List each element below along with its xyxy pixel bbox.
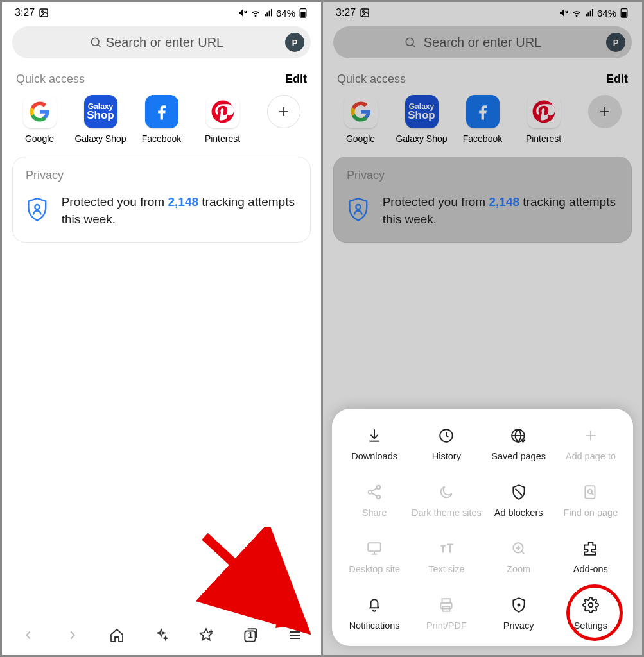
gear-icon bbox=[582, 597, 599, 613]
svg-point-72 bbox=[589, 603, 593, 608]
svg-marker-18 bbox=[200, 629, 212, 640]
privacy-card[interactable]: Privacy Protected you from 2,148 trackin… bbox=[12, 157, 311, 243]
battery-percent: 64% bbox=[597, 8, 616, 19]
qa-pinterest[interactable]: Pinterest bbox=[193, 95, 252, 144]
svg-rect-11 bbox=[300, 12, 305, 17]
search-icon bbox=[89, 36, 102, 49]
status-bar: 3:27 64% bbox=[2, 2, 321, 21]
facebook-icon bbox=[152, 102, 171, 121]
pinterest-icon bbox=[532, 99, 556, 124]
saved-pages-icon bbox=[510, 427, 527, 444]
quick-access-title: Quick access bbox=[16, 73, 85, 86]
history-icon bbox=[438, 427, 455, 444]
svg-rect-58 bbox=[585, 486, 595, 499]
nav-forward[interactable] bbox=[62, 628, 83, 642]
svg-line-57 bbox=[515, 489, 522, 496]
plus-icon bbox=[588, 95, 622, 128]
nav-tabs[interactable]: 1 bbox=[239, 627, 261, 644]
menu-print-pdf: Print/PDF bbox=[410, 596, 482, 631]
svg-line-40 bbox=[413, 45, 415, 47]
menu-add-ons[interactable]: Add-ons bbox=[555, 540, 627, 574]
qa-facebook[interactable]: Facebook bbox=[132, 95, 191, 144]
menu-ad-blockers[interactable]: Ad blockers bbox=[483, 483, 555, 518]
mute-icon bbox=[559, 8, 569, 18]
qa-add[interactable] bbox=[575, 95, 634, 144]
qa-galaxy-shop[interactable]: Galaxy Shop Galaxy Shop bbox=[392, 95, 451, 144]
plus-icon bbox=[582, 427, 599, 444]
svg-point-1 bbox=[42, 11, 44, 13]
svg-rect-8 bbox=[271, 9, 272, 16]
nav-ai[interactable] bbox=[150, 627, 172, 643]
nav-menu[interactable] bbox=[284, 627, 306, 643]
svg-line-67 bbox=[521, 551, 524, 554]
search-bar[interactable]: Search or enter URL P bbox=[333, 26, 632, 58]
menu-saved-pages[interactable]: Saved pages bbox=[483, 427, 555, 461]
mute-icon bbox=[238, 8, 248, 18]
menu-history[interactable]: History bbox=[410, 427, 482, 461]
addons-icon bbox=[582, 540, 599, 557]
menu-notifications[interactable]: Notifications bbox=[338, 596, 410, 631]
menu-dark-theme-sites: Dark theme sites bbox=[410, 483, 482, 518]
qa-galaxy-shop[interactable]: Galaxy Shop Galaxy Shop bbox=[71, 95, 130, 144]
status-time: 3:27 bbox=[336, 7, 356, 19]
bottom-nav: 1 bbox=[2, 618, 321, 655]
qa-facebook[interactable]: Facebook bbox=[453, 95, 512, 144]
search-placeholder: Search or enter URL bbox=[365, 35, 600, 50]
share-icon bbox=[366, 484, 383, 500]
facebook-icon bbox=[473, 102, 492, 121]
svg-rect-7 bbox=[269, 11, 270, 17]
privacy-title: Privacy bbox=[347, 169, 618, 182]
svg-point-17 bbox=[35, 205, 39, 209]
svg-rect-32 bbox=[586, 14, 587, 16]
quick-access-row: Google Galaxy Shop Galaxy Shop Facebook … bbox=[323, 89, 642, 150]
nav-back[interactable] bbox=[17, 628, 39, 642]
text-size-icon bbox=[437, 540, 455, 557]
wifi-icon bbox=[250, 8, 261, 18]
svg-point-53 bbox=[369, 490, 372, 493]
svg-point-54 bbox=[377, 495, 380, 499]
menu-text-size: Text size bbox=[410, 540, 482, 574]
svg-point-71 bbox=[518, 604, 519, 606]
svg-rect-6 bbox=[266, 12, 268, 16]
qa-add[interactable] bbox=[254, 95, 313, 144]
menu-add-page-to: Add page to bbox=[555, 427, 627, 461]
privacy-title: Privacy bbox=[26, 169, 297, 182]
privacy-text: Protected you from 2,148 tracking attemp… bbox=[62, 194, 297, 228]
profile-avatar[interactable]: P bbox=[606, 33, 625, 52]
menu-find-on-page: Find on page bbox=[555, 483, 627, 518]
wifi-icon bbox=[571, 8, 582, 18]
zoom-icon bbox=[510, 540, 527, 557]
status-bar: 3:27 64% bbox=[323, 2, 642, 21]
svg-rect-5 bbox=[265, 14, 266, 16]
tools-menu-sheet: Downloads History Saved pages Add page t… bbox=[332, 409, 633, 646]
menu-downloads[interactable]: Downloads bbox=[338, 427, 410, 461]
profile-avatar[interactable]: P bbox=[285, 33, 304, 52]
svg-point-52 bbox=[377, 486, 380, 489]
privacy-card[interactable]: Privacy Protected you from 2,148 trackin… bbox=[333, 157, 632, 243]
shield-icon bbox=[26, 194, 49, 226]
qa-pinterest[interactable]: Pinterest bbox=[514, 95, 573, 144]
plus-icon bbox=[267, 95, 300, 128]
svg-line-60 bbox=[591, 493, 593, 495]
nav-home[interactable] bbox=[106, 627, 128, 643]
privacy-icon bbox=[510, 597, 527, 613]
battery-percent: 64% bbox=[276, 8, 295, 19]
search-icon bbox=[404, 36, 417, 49]
menu-settings[interactable]: Settings bbox=[555, 596, 627, 631]
svg-rect-34 bbox=[590, 11, 591, 17]
svg-point-12 bbox=[91, 38, 99, 46]
status-time: 3:27 bbox=[15, 7, 35, 19]
qa-google[interactable]: Google bbox=[10, 95, 69, 144]
menu-privacy[interactable]: Privacy bbox=[483, 596, 555, 631]
svg-point-28 bbox=[363, 11, 365, 13]
svg-line-55 bbox=[372, 488, 377, 491]
qa-google[interactable]: Google bbox=[331, 95, 390, 144]
search-bar[interactable]: Search or enter URL P bbox=[12, 26, 311, 58]
svg-rect-33 bbox=[587, 12, 589, 16]
edit-button[interactable]: Edit bbox=[606, 73, 628, 86]
quick-access-title: Quick access bbox=[337, 73, 406, 86]
nav-bookmarks[interactable] bbox=[195, 627, 217, 644]
edit-button[interactable]: Edit bbox=[285, 73, 307, 86]
desktop-icon bbox=[365, 540, 383, 557]
signal-icon bbox=[263, 8, 274, 18]
